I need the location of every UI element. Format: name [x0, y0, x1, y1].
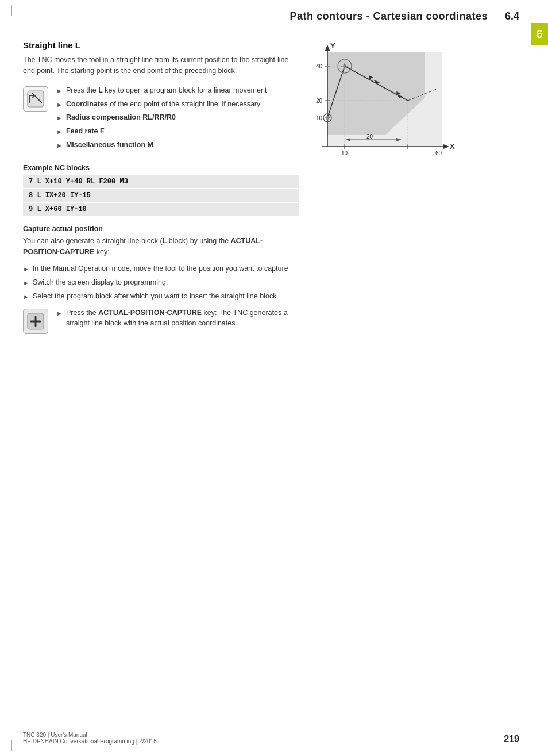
bullet-arrow-icon: ► — [23, 278, 29, 288]
sub-bullet-item: ► Switch the screen display to programmi… — [23, 277, 299, 288]
svg-text:►: ► — [368, 73, 375, 81]
bullet-arrow-icon: ► — [23, 264, 29, 274]
diagram: Y X 40 20 10 10 — [310, 40, 460, 180]
right-column: Y X 40 20 10 10 — [310, 40, 465, 340]
page-footer: TNC 620 | User's Manual HEIDENHAIN Conve… — [23, 732, 519, 745]
bullet-arrow-icon: ► — [56, 141, 63, 151]
bullet-item: ► Miscellaneous function M — [56, 140, 267, 151]
bullets-list-1: ► Press the L key to open a program bloc… — [56, 85, 267, 153]
section-body-straight-line: The TNC moves the tool in a straight lin… — [23, 55, 299, 77]
section-title-straight-line: Straight line L — [23, 40, 299, 50]
corner-tr — [516, 5, 527, 16]
svg-text:20: 20 — [366, 133, 373, 140]
main-content: Straight line L The TNC moves the tool i… — [0, 34, 548, 351]
corner-bl — [11, 740, 23, 751]
bullet-item: ► Coordinates of the end point of the st… — [56, 99, 267, 110]
capture-key-bullets: ► Press the ACTUAL-POSITION-CAPTURE key:… — [56, 308, 299, 332]
page-number: 219 — [504, 734, 519, 745]
bullet-arrow-icon: ► — [56, 100, 63, 110]
svg-text:20: 20 — [316, 98, 323, 104]
key-bullet-row: ► Press the L key to open a program bloc… — [23, 85, 299, 153]
svg-text:►: ► — [395, 89, 402, 97]
capture-sub-bullets: ► In the Manual Operation mode, move the… — [23, 263, 299, 301]
bullet-item: ► Press the L key to open a program bloc… — [56, 85, 267, 96]
chapter-title: Path contours - Cartesian coordinates — [290, 10, 488, 22]
bullet-arrow-icon: ► — [56, 127, 63, 137]
svg-text:Y: Y — [330, 41, 335, 50]
nc-block-1: 7 L X+10 Y+40 RL F200 M3 — [23, 175, 299, 188]
bullet-arrow-icon: ► — [23, 292, 29, 302]
svg-point-32 — [326, 116, 329, 120]
chapter-tab: 6 — [531, 23, 548, 45]
sub-bullet-item: ► In the Manual Operation mode, move the… — [23, 263, 299, 274]
svg-marker-9 — [443, 144, 449, 149]
bullet-arrow-icon: ► — [56, 113, 63, 123]
svg-text:X: X — [450, 142, 455, 151]
sub-bullet-item: ► Select the program block after which y… — [23, 291, 299, 302]
bullet-item: ► Press the ACTUAL-POSITION-CAPTURE key:… — [56, 308, 299, 329]
svg-text:10: 10 — [341, 150, 348, 156]
bullet-arrow-icon: ► — [56, 86, 63, 96]
bullet-arrow-icon: ► — [56, 309, 63, 318]
l-key-icon — [23, 86, 48, 112]
plus-key-icon — [23, 309, 48, 334]
example-nc-blocks-title: Example NC blocks — [23, 164, 299, 172]
svg-marker-8 — [325, 45, 330, 51]
nc-block-2: 8 L IX+20 IY-15 — [23, 189, 299, 202]
capture-title: Capture actual position — [23, 225, 299, 233]
svg-text:40: 40 — [316, 63, 323, 70]
footer-line2: HEIDENHAIN Conversational Programming | … — [23, 738, 157, 745]
path-diagram-svg: Y X 40 20 10 10 — [310, 40, 460, 178]
page-header: Path contours - Cartesian coordinates 6.… — [0, 0, 548, 22]
corner-tl — [11, 5, 23, 16]
bullet-item: ► Radius compensation RL/RR/R0 — [56, 112, 267, 123]
svg-text:10: 10 — [316, 115, 323, 121]
plus-key-row: ► Press the ACTUAL-POSITION-CAPTURE key:… — [23, 308, 299, 334]
nc-block-3: 9 L X+60 IY-10 — [23, 203, 299, 216]
footer-left: TNC 620 | User's Manual HEIDENHAIN Conve… — [23, 732, 157, 745]
bullet-item: ► Feed rate F — [56, 126, 267, 137]
capture-body: You can also generate a straight-line bl… — [23, 236, 299, 258]
left-column: Straight line L The TNC moves the tool i… — [23, 40, 299, 340]
footer-line1: TNC 620 | User's Manual — [23, 732, 157, 738]
svg-text:60: 60 — [435, 150, 442, 156]
